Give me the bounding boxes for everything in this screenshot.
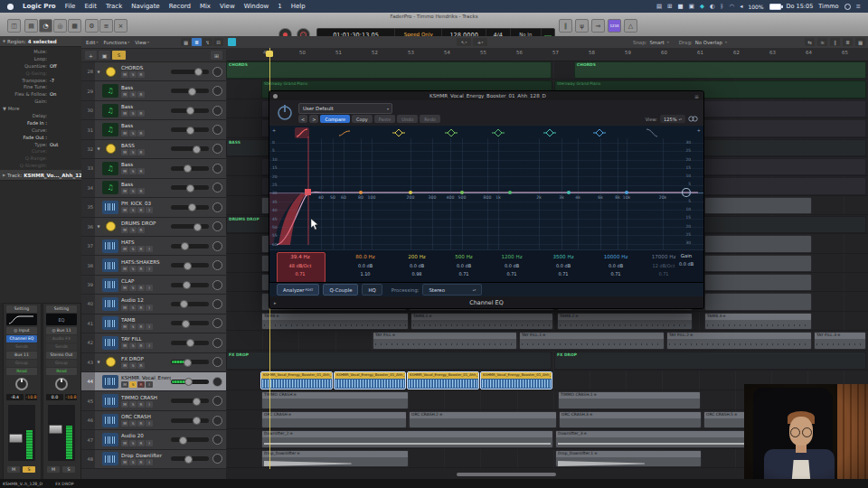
tools-icon[interactable]: ≡: [99, 19, 113, 33]
volume-handle[interactable]: [184, 359, 192, 367]
track-header-45[interactable]: 45TIMMO CRASHMSRI: [81, 391, 226, 410]
track-record-button[interactable]: R: [137, 130, 145, 136]
eq-graph[interactable]: + + 405060801002003004005008001k2k3k4k6k…: [269, 126, 703, 249]
inspector-row-transpose-[interactable]: Transpose:-7: [0, 77, 81, 84]
track-header-31[interactable]: 31♫BassMSR: [81, 120, 226, 139]
region-tamb[interactable]: TAMB⊕: [261, 313, 409, 330]
strip-input-slot[interactable]: ◎ Bus 11: [46, 327, 77, 334]
track-pan-knob[interactable]: [212, 416, 222, 426]
track-pan-knob[interactable]: [212, 106, 222, 116]
track-mute-button[interactable]: M: [121, 343, 128, 349]
cycle-icon[interactable]: ∥: [559, 19, 572, 33]
track-pan-knob[interactable]: [212, 377, 222, 387]
strip-group-slot[interactable]: Group: [6, 360, 37, 367]
strip-solo-button[interactable]: S: [23, 466, 35, 474]
track-pan-knob[interactable]: [212, 86, 222, 96]
track-record-button[interactable]: R: [137, 207, 145, 213]
region-fx-drop[interactable]: FX DROP: [554, 352, 866, 370]
arrange-icon-1[interactable]: ≋: [817, 38, 827, 46]
band-frequency[interactable]: 80.0 Hz: [341, 252, 390, 262]
band-handle-dot-2[interactable]: [359, 191, 363, 194]
volume-handle[interactable]: [184, 164, 192, 173]
bell-band-icon[interactable]: [392, 127, 406, 138]
track-volume-slider[interactable]: [171, 399, 209, 403]
track-header-43[interactable]: 43▼FX DROPMSR: [81, 353, 226, 372]
bell-band-icon[interactable]: [444, 127, 458, 138]
track-zoom-icon[interactable]: ⊞: [211, 51, 222, 60]
track-pan-knob[interactable]: [212, 125, 222, 135]
volume-handle[interactable]: [193, 223, 202, 231]
add-track-button[interactable]: +: [85, 51, 97, 60]
track-pan-knob[interactable]: [212, 241, 222, 251]
track-record-button[interactable]: R: [137, 324, 145, 330]
volume-handle[interactable]: [186, 184, 194, 192]
inspector-row-loop-[interactable]: Loop:: [0, 55, 81, 62]
strip-volume-value[interactable]: -8.4: [6, 394, 24, 400]
sync-diamond-icon[interactable]: ◆: [700, 4, 704, 10]
arrange-icon-2[interactable]: ∥: [830, 38, 840, 46]
inspector-row-quantize-[interactable]: Quantize:Off: [0, 62, 81, 70]
track-solo-button[interactable]: S: [129, 266, 137, 272]
region-tay-fill-2[interactable]: TAY FILL.2⊕: [666, 332, 812, 350]
track-volume-slider[interactable]: [171, 146, 209, 151]
band-q[interactable]: 0.71: [539, 270, 588, 278]
track-mute-button[interactable]: M: [121, 149, 128, 155]
region-inspector-header[interactable]: ▼ Region: 4 selected: [0, 36, 81, 47]
track-pan-knob[interactable]: [212, 338, 222, 348]
menu-edit[interactable]: Edit: [84, 3, 97, 10]
volume-handle[interactable]: [188, 203, 196, 211]
band-gain[interactable]: 48 dB/Oct: [276, 262, 325, 270]
band-frequency[interactable]: 39.4 Hz: [276, 252, 325, 262]
track-mute-button[interactable]: M: [121, 420, 128, 427]
region-kshmr-vocal-energy-booster-01-ahh-1[interactable]: KSHMR_Vocal_Energy_Booster_01_Ahh_1: [334, 371, 406, 389]
drag-menu[interactable]: No Overlap: [695, 40, 722, 45]
track-mute-button[interactable]: M: [121, 362, 128, 369]
menu-help[interactable]: Help: [291, 3, 306, 10]
solo-deactivate-button[interactable]: S: [112, 51, 126, 60]
paste-button[interactable]: Paste: [374, 115, 396, 123]
region[interactable]: [704, 255, 812, 272]
track-solo-button[interactable]: S: [129, 324, 137, 330]
track-record-button[interactable]: R: [137, 110, 145, 117]
band-frequency[interactable]: 1200 Hz: [487, 252, 536, 262]
monitor-icon[interactable]: ◫: [7, 19, 21, 33]
track-solo-button[interactable]: S: [129, 401, 137, 408]
disclosure-down-icon[interactable]: ▼: [95, 224, 102, 229]
band-4-values[interactable]: 500 Hz0.0 dB0.71: [439, 252, 488, 278]
track-header-44[interactable]: 44KSHMR_Vocal_Energ...oster_01_Ahh_128_D…: [81, 372, 226, 391]
plugin-titlebar[interactable]: KSHMR_Vocal_Energy_Booster_01_Ahh_128_D …: [269, 91, 703, 100]
volume-handle[interactable]: [184, 262, 192, 270]
region-tamb-1[interactable]: TAMB.1⊕: [410, 313, 553, 330]
track-header-29[interactable]: 29♫BassMSR: [81, 81, 226, 100]
track-mute-button[interactable]: M: [121, 168, 128, 174]
info-icon[interactable]: ◎: [53, 19, 67, 33]
track-header-33[interactable]: 33♫BassMSR: [81, 159, 226, 178]
track-inspector-header[interactable]: ▶ Track: KSHMR_Vo..._Ahh_128_D: [0, 170, 84, 181]
track-input-button[interactable]: I: [146, 440, 153, 446]
track-pan-knob[interactable]: [212, 299, 222, 309]
track-solo-button[interactable]: S: [129, 130, 137, 136]
band-handle-dot-7[interactable]: [625, 191, 628, 194]
track-volume-slider[interactable]: [171, 380, 209, 384]
track-header-35[interactable]: 35PH_KICK_03MSRI: [81, 198, 226, 217]
lowshelf-band-icon[interactable]: [337, 127, 352, 138]
track-mute-button[interactable]: M: [121, 207, 128, 213]
playhead-handle[interactable]: [266, 51, 273, 57]
region-drop-downlifter[interactable]: Drop_Downlifter⊕: [261, 450, 409, 467]
inspector-row-q-range-[interactable]: Q-Range:: [0, 155, 81, 162]
band-frequency[interactable]: 200 Hz: [392, 252, 441, 262]
screen-icon[interactable]: ■: [678, 4, 684, 10]
link-icon[interactable]: [688, 115, 698, 123]
region-downlifter-2[interactable]: Downlifter_2⊕: [261, 430, 553, 448]
track-solo-button[interactable]: S: [129, 459, 137, 465]
region-tay-fill[interactable]: TAY FILL⊕: [373, 332, 517, 350]
volume-handle[interactable]: [188, 88, 196, 96]
track-volume-slider[interactable]: [171, 341, 209, 345]
track-record-button[interactable]: R: [137, 305, 145, 311]
highpass-band-icon[interactable]: [295, 127, 309, 138]
bell-band-icon[interactable]: [491, 127, 505, 138]
band-gain[interactable]: 0.0 dB: [439, 262, 488, 270]
menu-logic-pro[interactable]: Logic Pro: [23, 3, 56, 10]
region-timmo-crash[interactable]: TIMMO CRASH⊕: [261, 391, 409, 409]
menubar-clock[interactable]: Do 15:05: [787, 3, 814, 10]
